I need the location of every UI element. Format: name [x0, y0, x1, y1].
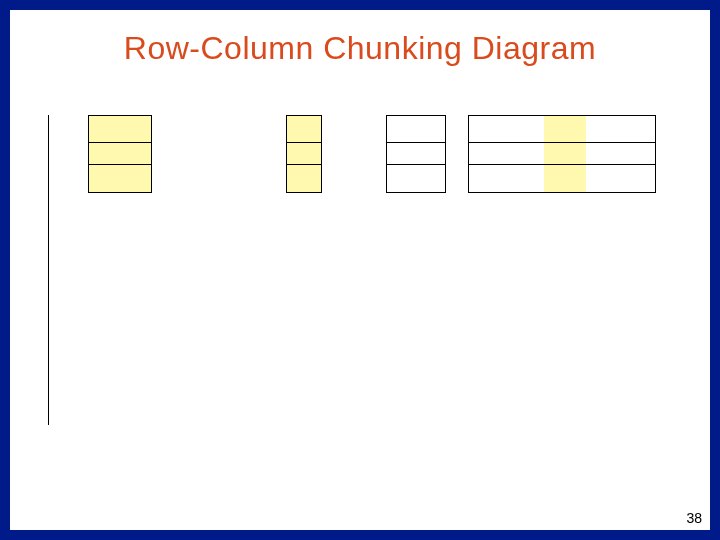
chunking-diagram — [48, 115, 672, 425]
group-1-shaded-column — [88, 115, 152, 193]
page-number: 38 — [686, 510, 702, 526]
slide-title: Row-Column Chunking Diagram — [10, 30, 710, 67]
cell — [386, 143, 446, 165]
cell — [468, 143, 656, 165]
cell — [286, 143, 322, 165]
cell — [386, 115, 446, 143]
group-2-plain-column — [386, 115, 446, 193]
cell — [286, 165, 322, 193]
cell — [468, 115, 656, 143]
group-3-column — [468, 115, 656, 193]
cell — [386, 165, 446, 193]
cell — [88, 143, 152, 165]
cell — [286, 115, 322, 143]
cell — [468, 165, 656, 193]
cell — [88, 165, 152, 193]
diagram-axis — [48, 115, 49, 425]
group-2-shaded-column — [286, 115, 322, 193]
group-3-border — [468, 115, 656, 193]
cell — [88, 115, 152, 143]
slide-frame: Row-Column Chunking Diagram — [0, 0, 720, 540]
